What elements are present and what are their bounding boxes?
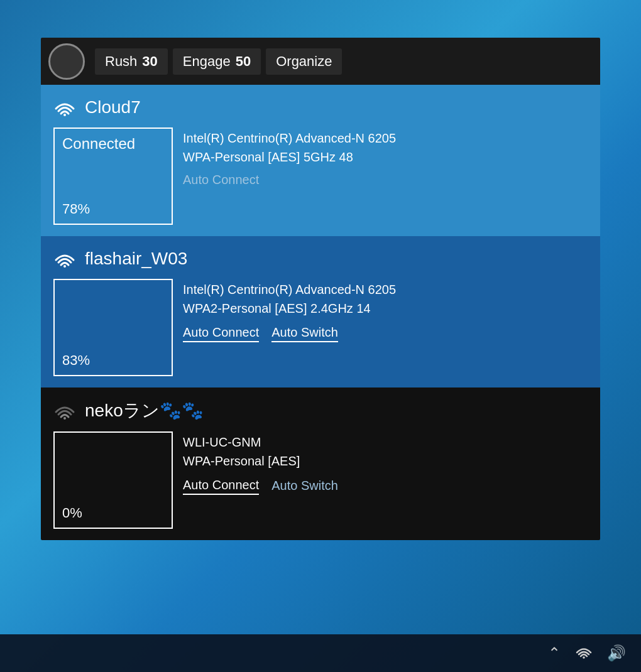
network-flashair-body: 83% Intel(R) Centrino(R) Advanced-N 6205… [53, 279, 588, 376]
neko-signal-box: 0% [53, 431, 173, 529]
cloud7-auto-connect-label: Auto Connect [183, 173, 588, 187]
network-neko-body: 0% WLI-UC-GNM WPA-Personal [AES] Auto Co… [53, 431, 588, 529]
logo-circle [48, 43, 85, 80]
cloud7-adapter: Intel(R) Centrino(R) Advanced-N 6205 [183, 129, 588, 148]
cloud7-security: WPA-Personal [AES] 5GHz 48 [183, 148, 588, 166]
taskbar: ⌃ 🔊 [0, 634, 641, 672]
neko-signal-pct: 0% [62, 505, 164, 521]
svg-point-3 [583, 656, 585, 659]
network-neko-header: nekoラン🐾🐾 [53, 399, 588, 423]
network-flashair-header: flashair_W03 [53, 247, 588, 270]
header-bar: Rush 30 Engage 50 Organize [41, 38, 600, 85]
cloud7-signal-pct: 78% [62, 201, 164, 217]
cloud7-status: Connected [62, 135, 164, 153]
nav-engage-num: 50 [236, 53, 251, 70]
flashair-action-row: Auto Connect Auto Switch [183, 325, 588, 342]
chevron-up-icon[interactable]: ⌃ [548, 644, 561, 662]
network-flashair-name: flashair_W03 [85, 249, 187, 269]
header-nav: Rush 30 Engage 50 Organize [95, 48, 342, 75]
network-neko-name: nekoラン🐾🐾 [85, 399, 204, 423]
cloud7-details: Intel(R) Centrino(R) Advanced-N 6205 WPA… [183, 127, 588, 187]
network-cloud7-body: Connected 78% Intel(R) Centrino(R) Advan… [53, 127, 588, 225]
nav-item-engage[interactable]: Engage 50 [173, 48, 261, 75]
flashair-signal-box: 83% [53, 279, 173, 376]
network-flashair: flashair_W03 83% Intel(R) Centrino(R) Ad… [41, 236, 600, 387]
wifi-icon-neko [53, 399, 76, 422]
flashair-auto-connect-btn[interactable]: Auto Connect [183, 325, 259, 342]
nav-engage-label: Engage [183, 53, 231, 70]
svg-point-2 [63, 417, 66, 420]
flashair-security: WPA2-Personal [AES] 2.4GHz 14 [183, 299, 588, 318]
flashair-signal-pct: 83% [62, 352, 164, 369]
flashair-auto-switch-btn[interactable]: Auto Switch [271, 325, 338, 342]
network-cloud7-name: Cloud7 [85, 97, 141, 117]
nav-rush-label: Rush [105, 53, 137, 70]
wifi-manager-panel: Rush 30 Engage 50 Organize Clou [41, 38, 600, 540]
svg-point-1 [63, 265, 66, 268]
svg-point-0 [63, 114, 66, 116]
network-cloud7: Cloud7 Connected 78% Intel(R) Centrino(R… [41, 85, 600, 236]
neko-adapter: WLI-UC-GNM [183, 433, 588, 452]
neko-details: WLI-UC-GNM WPA-Personal [AES] Auto Conne… [183, 431, 588, 495]
wifi-taskbar-icon[interactable] [576, 644, 592, 663]
nav-rush-num: 30 [142, 53, 157, 70]
neko-auto-connect-btn[interactable]: Auto Connect [183, 478, 259, 495]
nav-item-organize[interactable]: Organize [266, 48, 342, 75]
volume-icon[interactable]: 🔊 [607, 644, 626, 662]
neko-action-row: Auto Connect Auto Switch [183, 478, 588, 495]
cloud7-signal-box: Connected 78% [53, 127, 173, 225]
network-cloud7-header: Cloud7 [53, 96, 588, 119]
neko-auto-switch-btn[interactable]: Auto Switch [271, 479, 338, 494]
wifi-icon-flashair [53, 247, 76, 270]
nav-item-rush[interactable]: Rush 30 [95, 48, 168, 75]
wifi-icon-cloud7 [53, 96, 76, 119]
flashair-adapter: Intel(R) Centrino(R) Advanced-N 6205 [183, 280, 588, 299]
flashair-details: Intel(R) Centrino(R) Advanced-N 6205 WPA… [183, 279, 588, 342]
network-neko: nekoラン🐾🐾 0% WLI-UC-GNM WPA-Personal [AES… [41, 387, 600, 540]
neko-security: WPA-Personal [AES] [183, 452, 588, 470]
nav-organize-label: Organize [276, 53, 332, 70]
